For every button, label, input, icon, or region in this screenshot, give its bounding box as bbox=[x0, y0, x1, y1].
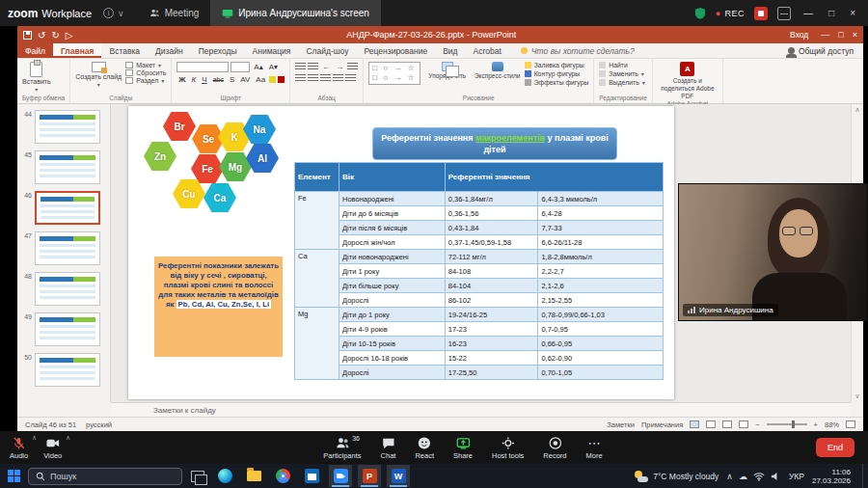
taskbar-search[interactable]: Пошук bbox=[28, 468, 182, 485]
security-shield-icon[interactable] bbox=[694, 7, 706, 19]
sign-in-button[interactable]: Вход bbox=[790, 30, 808, 40]
taskbar-app-edge[interactable] bbox=[213, 465, 236, 487]
select-button[interactable]: Выделить ▾ bbox=[599, 79, 647, 86]
slide-thumbnail-46[interactable]: 46 bbox=[21, 191, 110, 225]
video-button[interactable]: Video ∧ bbox=[43, 431, 62, 464]
character-spacing-icon[interactable]: AV bbox=[238, 74, 252, 85]
arrange-button[interactable]: Упорядочить bbox=[424, 62, 471, 79]
find-button[interactable]: Найти bbox=[599, 62, 647, 68]
slide-thumbnail-49[interactable]: 49 bbox=[21, 312, 110, 346]
windows-start-button[interactable] bbox=[8, 470, 21, 483]
replace-button[interactable]: Заменить ▾ bbox=[599, 70, 647, 77]
align-right-icon[interactable] bbox=[320, 74, 331, 83]
tell-me-box[interactable]: Что вы хотите сделать? bbox=[521, 43, 635, 58]
more-button[interactable]: ⋯ More bbox=[586, 431, 603, 464]
ribbon-tab-вставка[interactable]: Вставка bbox=[101, 43, 148, 58]
notes-pane[interactable]: Заметки к слайду bbox=[111, 402, 851, 417]
taskbar-weather[interactable]: 7°C Mostly cloudy bbox=[635, 471, 719, 482]
ribbon-tab-слайд-шоу[interactable]: Слайд-шоу bbox=[298, 43, 356, 58]
react-button[interactable]: React bbox=[415, 431, 434, 464]
italic-button[interactable]: К bbox=[190, 74, 199, 85]
zoom-level[interactable]: 88% bbox=[825, 420, 839, 429]
slide-sorter-view-icon[interactable] bbox=[706, 420, 716, 428]
thumbnail-preview[interactable] bbox=[35, 353, 100, 387]
columns-icon[interactable] bbox=[345, 74, 356, 83]
reset-button[interactable]: Сбросить bbox=[125, 69, 166, 76]
comments-toggle[interactable]: Примечания bbox=[641, 420, 683, 429]
slide-thumbnail-50[interactable]: 50 bbox=[21, 353, 110, 387]
ribbon-tab-переходы[interactable]: Переходы bbox=[191, 43, 245, 58]
taskbar-app-explorer[interactable] bbox=[242, 465, 265, 487]
ribbon-tab-файл[interactable]: Файл bbox=[17, 43, 53, 58]
wifi-icon[interactable] bbox=[753, 472, 765, 481]
taskbar-clock[interactable]: 11:06 27.03.2026 bbox=[812, 468, 854, 485]
show-desktop-button[interactable] bbox=[862, 464, 866, 488]
taskbar-app-word[interactable]: W bbox=[387, 465, 410, 487]
ppt-minimize-icon[interactable]: — bbox=[821, 30, 829, 40]
redo-icon[interactable]: ↻ bbox=[51, 30, 59, 41]
shape-gallery[interactable]: □ ○ → ☆ □ ○ → ☆ bbox=[368, 62, 420, 85]
tab-shared-screen[interactable]: Ирина Андрусишина's screen bbox=[210, 0, 381, 26]
strikethrough-button[interactable]: abc bbox=[211, 74, 226, 85]
scroll-up-icon[interactable]: ∧ bbox=[854, 106, 859, 114]
bullets-icon[interactable] bbox=[295, 63, 306, 71]
slide-thumbnail-44[interactable]: 44 bbox=[21, 110, 110, 144]
view-layout-icon[interactable] bbox=[777, 7, 791, 20]
close-icon[interactable]: × bbox=[847, 8, 858, 18]
slide-thumbnail-45[interactable]: 45 bbox=[21, 150, 110, 184]
ribbon-tab-дизайн[interactable]: Дизайн bbox=[148, 43, 191, 58]
save-icon[interactable] bbox=[23, 31, 32, 40]
host-tools-button[interactable]: Host tools bbox=[492, 431, 524, 464]
scroll-down-icon[interactable]: ∨ bbox=[854, 393, 859, 400]
undo-icon[interactable]: ↺ bbox=[38, 30, 45, 41]
thumbnail-preview[interactable] bbox=[35, 110, 100, 144]
volume-icon[interactable] bbox=[771, 472, 781, 481]
info-icon[interactable]: i bbox=[103, 8, 114, 18]
normal-view-icon[interactable] bbox=[690, 420, 699, 428]
font-name-box[interactable] bbox=[176, 62, 229, 72]
section-button[interactable]: Раздел ▾ bbox=[125, 77, 166, 84]
share-button[interactable]: Share bbox=[453, 431, 473, 464]
webcam-video[interactable]: Ирина Андрусишина bbox=[678, 183, 868, 321]
tab-meeting[interactable]: Meeting bbox=[138, 0, 211, 26]
grow-font-icon[interactable]: A▴ bbox=[252, 62, 264, 72]
new-slide-button[interactable]: Создать слайд ▾ bbox=[75, 62, 122, 88]
adobe-pdf-button[interactable]: A Создать и поделиться Adobe PDF bbox=[658, 62, 718, 100]
thumbnail-preview[interactable] bbox=[35, 191, 100, 225]
reading-view-icon[interactable] bbox=[722, 420, 732, 428]
record-button[interactable]: Record bbox=[543, 431, 566, 464]
quick-styles-button[interactable]: Экспресс-стили bbox=[475, 62, 521, 79]
notes-toggle[interactable]: Заметки bbox=[607, 420, 635, 429]
taskbar-app-store[interactable] bbox=[300, 465, 323, 487]
change-case-icon[interactable]: Aa bbox=[254, 74, 267, 85]
shape-fill-button[interactable]: Заливка фигуры bbox=[525, 62, 589, 68]
ribbon-tab-вид[interactable]: Вид bbox=[435, 43, 465, 58]
share-document-button[interactable]: Общий доступ bbox=[778, 43, 863, 58]
align-center-icon[interactable] bbox=[308, 74, 318, 83]
video-options-caret[interactable]: ∧ bbox=[66, 434, 70, 442]
end-meeting-button[interactable]: End bbox=[816, 438, 854, 457]
align-left-icon[interactable] bbox=[295, 74, 306, 83]
thumbnail-preview[interactable] bbox=[35, 231, 100, 265]
thumbnail-preview[interactable] bbox=[35, 272, 100, 306]
maximize-icon[interactable]: □ bbox=[826, 8, 837, 18]
thumbnail-preview[interactable] bbox=[35, 150, 100, 184]
increase-indent-icon[interactable]: → bbox=[334, 62, 345, 72]
zoom-slider[interactable] bbox=[767, 423, 807, 425]
paste-button[interactable]: Вставить ▾ bbox=[22, 62, 51, 93]
taskbar-app-zoom[interactable] bbox=[329, 465, 352, 487]
decrease-indent-icon[interactable]: ← bbox=[320, 62, 332, 72]
language-switcher[interactable]: УКР bbox=[789, 472, 804, 481]
shape-effects-button[interactable]: Эффекты фигуры bbox=[525, 79, 589, 86]
tray-expand-icon[interactable]: ∧ bbox=[726, 472, 733, 481]
participants-button[interactable]: 36 Participants bbox=[323, 431, 361, 464]
slideshow-view-icon[interactable] bbox=[739, 420, 748, 428]
minimize-icon[interactable]: — bbox=[800, 8, 816, 18]
zoom-in-icon[interactable]: + bbox=[814, 420, 818, 429]
slide-thumbnail-47[interactable]: 47 bbox=[21, 231, 110, 265]
zoom-out-icon[interactable]: − bbox=[755, 420, 759, 429]
ribbon-tab-acrobat[interactable]: Acrobat bbox=[466, 43, 509, 58]
slide-canvas[interactable]: BrSeKNaZnFeMgAlCuCa Референтні значення … bbox=[128, 106, 674, 399]
ribbon-tab-главная[interactable]: Главная bbox=[53, 43, 102, 58]
shrink-font-icon[interactable]: A▾ bbox=[267, 62, 280, 72]
